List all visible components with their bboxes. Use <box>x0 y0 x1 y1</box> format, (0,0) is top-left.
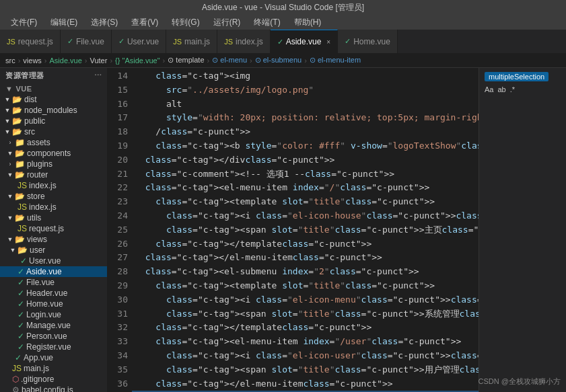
folder-arrow-store: ▼ <box>5 193 15 200</box>
tree-item-dist[interactable]: ▼📂dist <box>0 94 107 105</box>
vue-icon-File.vue: ✓ <box>17 278 24 287</box>
tab-index-js[interactable]: JSindex.js <box>217 30 271 53</box>
vue-icon-Login.vue: ✓ <box>17 310 24 319</box>
bc-item-6[interactable]: ⊙ el-menu <box>212 56 247 65</box>
vue-icon-Register.vue: ✓ <box>17 342 24 352</box>
bc-item-1[interactable]: views <box>23 56 42 65</box>
regex-icon[interactable]: .* <box>510 85 515 93</box>
menu-item-e[interactable]: 编辑(E) <box>45 15 83 30</box>
sidebar-section-vue[interactable]: ▼VUE <box>0 83 107 94</box>
vue-icon-User.vue: ✓ <box>20 256 27 266</box>
tab-user-vue[interactable]: ✓User.vue <box>112 30 166 53</box>
tab-icon-home-vue: ✓ <box>345 37 351 46</box>
tree-item-plugins[interactable]: ›📁plugins <box>0 159 107 169</box>
tab-close-aside-vue[interactable]: × <box>326 38 330 46</box>
line-number-29: 29 <box>108 279 128 293</box>
tree-item-managevue[interactable]: ✓ Manage.vue <box>0 320 107 331</box>
tab-home-vue[interactable]: ✓Home.vue <box>338 30 398 53</box>
tree-item-requestjs[interactable]: JS request.js <box>0 223 107 234</box>
folder-arrow-views: ▼ <box>5 236 15 243</box>
case-sensitive-icon[interactable]: Aa <box>485 85 493 93</box>
tree-item-views[interactable]: ▼📂views <box>0 234 107 245</box>
tree-item-uservue[interactable]: ✓ User.vue <box>0 256 107 266</box>
tab-icon-main-js: JS <box>173 38 182 46</box>
tree-item-store[interactable]: ▼📂store <box>0 191 107 202</box>
tree-label-assets: assets <box>27 138 50 147</box>
tree-item-public[interactable]: ▼📂public <box>0 116 107 126</box>
tree-label-components: components <box>27 149 71 158</box>
line-number-28: 28 <box>108 265 128 279</box>
tab-file-vue[interactable]: ✓File.vue <box>61 30 112 53</box>
bc-item-2[interactable]: Aside.vue <box>50 56 82 65</box>
line-number-36: 36 <box>108 377 128 391</box>
whole-word-icon[interactable]: ab <box>497 85 505 93</box>
tree-item-src[interactable]: ▼📂src <box>0 126 107 137</box>
breadcrumb: src›views›Aside.vue›Vuter›{} "Aside.vue"… <box>0 53 566 68</box>
tree-item-indexjs[interactable]: JS index.js <box>0 180 107 191</box>
folder-icon-assets: 📁 <box>15 138 25 147</box>
tab-icon-aside-vue: ✓ <box>277 38 283 46</box>
tree-item-gitignore[interactable]: ⬡ .gitignore <box>0 374 107 385</box>
tree-item-mainjs[interactable]: JS main.js <box>0 363 107 374</box>
bc-item-4[interactable]: {} "Aside.vue" <box>115 56 160 65</box>
right-panel: multipleSelection Aa ab .* <box>479 68 566 392</box>
tree-item-loginvue[interactable]: ✓ Login.vue <box>0 309 107 320</box>
tree-item-nodemodules[interactable]: ▼📂node_modules <box>0 105 107 116</box>
bc-item-7[interactable]: ⊙ el-submenu <box>255 56 302 65</box>
tree-item-router[interactable]: ▼📂router <box>0 169 107 180</box>
code-content[interactable]: class="c-tag"><img src="../assets/img/lo… <box>132 68 479 392</box>
line-number-14: 14 <box>108 69 128 83</box>
bc-item-0[interactable]: src <box>5 56 15 65</box>
code-line-33: class="c-tag"><el-menu-item index="/user… <box>132 335 479 349</box>
tree-item-registervue[interactable]: ✓ Register.vue <box>0 342 107 352</box>
tree-item-appvue[interactable]: ✓ App.vue <box>0 352 107 363</box>
code-line-35: class="c-tag"><span slot="title"class="c… <box>132 363 479 377</box>
line-numbers: 1415161718192021222324252627282930313233… <box>108 68 132 392</box>
line-number-35: 35 <box>108 363 128 377</box>
right-panel-item: multipleSelection <box>482 71 563 83</box>
tree-item-babelconfigjs[interactable]: ⚙ babel.config.js <box>0 385 107 392</box>
tab-aside-vue[interactable]: ✓Aside.vue× <box>271 30 339 53</box>
tree-item-user[interactable]: ▼📂user <box>0 245 107 256</box>
tree-item-personvue[interactable]: ✓ Person.vue <box>0 331 107 342</box>
folder-icon-node_modules: 📂 <box>12 106 22 115</box>
line-number-16: 16 <box>108 97 128 112</box>
tab-main-js[interactable]: JSmain.js <box>166 30 217 53</box>
menu-item-v[interactable]: 查看(V) <box>126 15 164 30</box>
folder-icon-user: 📂 <box>17 245 28 255</box>
folder-arrow-user: ▼ <box>8 247 17 253</box>
bc-item-8[interactable]: ⊙ el-menu-item <box>310 56 361 65</box>
bc-item-3[interactable]: Vuter <box>90 56 108 65</box>
tree-item-indexjs[interactable]: JS index.js <box>0 202 107 212</box>
menu-item-r[interactable]: 运行(R) <box>208 15 246 30</box>
menu-item-h[interactable]: 帮助(H) <box>289 15 327 30</box>
folder-icon-views: 📂 <box>15 235 25 244</box>
menu-item-t[interactable]: 终端(T) <box>248 15 285 30</box>
code-line-31: class="c-tag"><span slot="title"class="c… <box>132 307 479 321</box>
menu-item-g[interactable]: 转到(G) <box>166 15 205 30</box>
code-line-19: class="c-tag"><b style="color: #fff" v-s… <box>132 139 479 153</box>
folder-icon-router: 📂 <box>15 170 25 180</box>
tree-item-asidevue[interactable]: ✓ Aside.vue <box>0 266 107 277</box>
bc-item-5[interactable]: ⊙ template <box>168 56 204 65</box>
js-icon-request.js: JS <box>17 224 27 233</box>
code-line-26: class="c-tag"></templateclass="c-punct">… <box>132 237 479 251</box>
tree-item-headervue[interactable]: ✓ Header.vue <box>0 288 107 299</box>
vue-icon-Home.vue: ✓ <box>17 299 24 309</box>
sidebar-header-icons: ⋯ <box>94 71 102 80</box>
tree-item-assets[interactable]: ›📁assets <box>0 137 107 148</box>
tree-item-utils[interactable]: ▼📂utils <box>0 212 107 223</box>
tree-label-Aside.vue: Aside.vue <box>26 267 62 276</box>
tab-request-js[interactable]: JSrequest.js <box>0 30 61 53</box>
menu-item-f[interactable]: 文件(F) <box>5 15 42 30</box>
folder-arrow-dist: ▼ <box>3 96 12 103</box>
sidebar-tree: ▼VUE▼📂dist▼📂node_modules▼📂public▼📂src›📁a… <box>0 83 107 392</box>
sidebar-icon-1[interactable]: ⋯ <box>94 71 102 80</box>
tree-item-homevue[interactable]: ✓ Home.vue <box>0 299 107 309</box>
tree-label-index.js: index.js <box>29 181 57 190</box>
tree-item-components[interactable]: ▼📂components <box>0 148 107 159</box>
line-number-22: 22 <box>108 181 128 195</box>
menu-item-s[interactable]: 选择(S) <box>85 15 123 30</box>
line-number-20: 20 <box>108 153 128 167</box>
tree-item-filevue[interactable]: ✓ File.vue <box>0 277 107 288</box>
